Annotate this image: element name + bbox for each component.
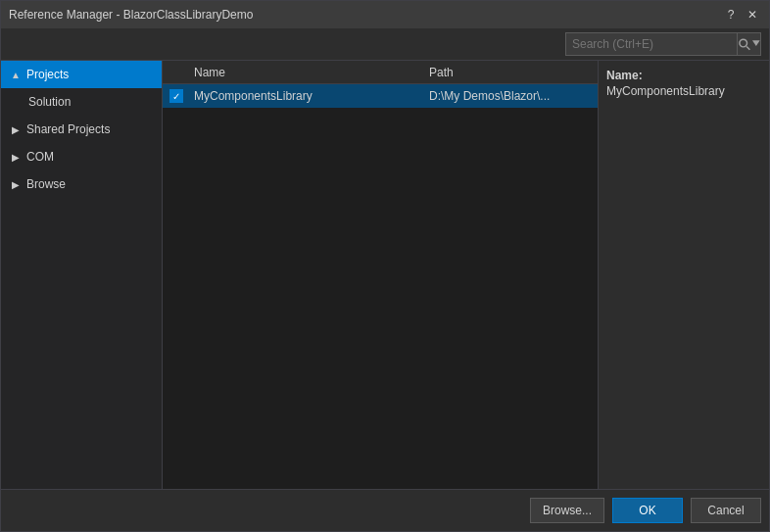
dialog-title: Reference Manager - BlazorClassLibraryDe… bbox=[9, 8, 253, 22]
expand-icon-shared-projects: ▶ bbox=[9, 122, 23, 136]
title-bar: Reference Manager - BlazorClassLibraryDe… bbox=[1, 1, 769, 28]
help-button[interactable]: ? bbox=[722, 6, 740, 24]
browse-button[interactable]: Browse... bbox=[530, 498, 604, 523]
close-button[interactable]: ✕ bbox=[744, 6, 761, 24]
table-header: Name Path bbox=[163, 61, 598, 84]
col-header-path: Path bbox=[425, 66, 598, 79]
toolbar bbox=[1, 28, 769, 61]
sidebar-label-com: COM bbox=[26, 150, 54, 164]
expand-icon-browse: ▶ bbox=[9, 177, 23, 191]
sidebar-label-shared-projects: Shared Projects bbox=[26, 122, 110, 136]
expand-icon-com: ▶ bbox=[9, 150, 23, 164]
sidebar-item-browse[interactable]: ▶ Browse bbox=[1, 170, 162, 198]
sidebar-label-projects: Projects bbox=[26, 68, 69, 81]
checkbox-checked-icon: ✓ bbox=[169, 89, 183, 103]
svg-point-0 bbox=[740, 39, 747, 47]
search-icon[interactable] bbox=[737, 32, 760, 56]
search-input[interactable] bbox=[566, 33, 737, 55]
sidebar-item-com[interactable]: ▶ COM bbox=[1, 143, 162, 170]
search-box bbox=[565, 32, 761, 56]
row-name: MyComponentsLibrary bbox=[190, 89, 425, 103]
sidebar: ▲ Projects Solution ▶ Shared Projects ▶ … bbox=[1, 61, 163, 489]
svg-marker-2 bbox=[752, 40, 760, 46]
cancel-button[interactable]: Cancel bbox=[691, 498, 761, 523]
main-area: Name Path ✓ MyComponentsLibrary D:\My De… bbox=[163, 61, 598, 489]
content-area: ▲ Projects Solution ▶ Shared Projects ▶ … bbox=[1, 61, 769, 489]
detail-panel: Name: MyComponentsLibrary bbox=[598, 61, 769, 489]
detail-name-value: MyComponentsLibrary bbox=[606, 84, 761, 98]
title-bar-controls: ? ✕ bbox=[722, 6, 761, 24]
svg-line-1 bbox=[746, 46, 749, 49]
reference-manager-dialog: Reference Manager - BlazorClassLibraryDe… bbox=[0, 0, 770, 532]
footer: Browse... OK Cancel bbox=[1, 489, 769, 531]
row-path: D:\My Demos\Blazor\... bbox=[425, 89, 598, 103]
expand-icon-projects: ▲ bbox=[9, 68, 23, 81]
detail-name-label: Name: bbox=[606, 69, 761, 82]
sidebar-label-solution: Solution bbox=[28, 95, 71, 109]
sidebar-item-solution[interactable]: Solution bbox=[1, 88, 162, 116]
sidebar-item-shared-projects[interactable]: ▶ Shared Projects bbox=[1, 116, 162, 143]
table-row[interactable]: ✓ MyComponentsLibrary D:\My Demos\Blazor… bbox=[163, 84, 598, 108]
ok-button[interactable]: OK bbox=[612, 498, 683, 523]
row-checkbox[interactable]: ✓ bbox=[163, 89, 190, 103]
col-header-name: Name bbox=[190, 66, 425, 79]
sidebar-item-projects[interactable]: ▲ Projects bbox=[1, 61, 162, 88]
table-body: ✓ MyComponentsLibrary D:\My Demos\Blazor… bbox=[163, 84, 598, 489]
sidebar-label-browse: Browse bbox=[26, 177, 66, 191]
